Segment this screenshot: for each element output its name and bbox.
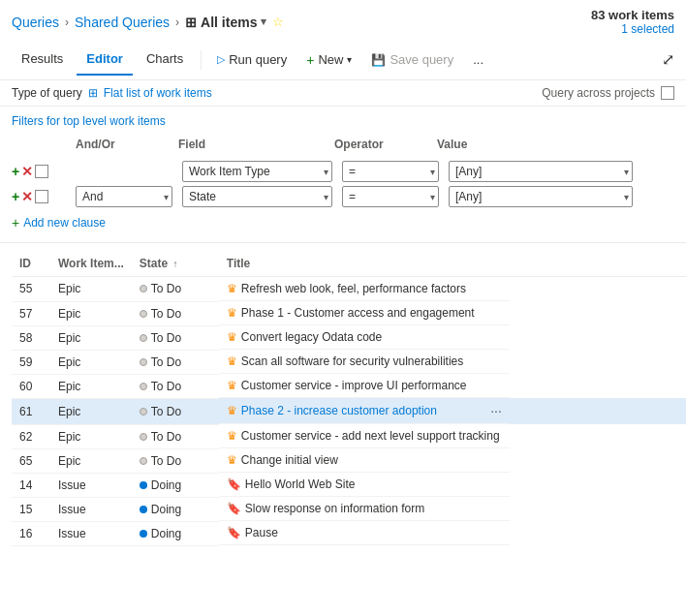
title-link[interactable]: Hello World Web Site	[245, 477, 356, 491]
filter-value-2-wrapper[interactable]: [Any] To Do Doing Done	[449, 186, 633, 207]
state-dot-icon	[140, 285, 147, 293]
add-clause-btn[interactable]: + Add new clause	[12, 211, 674, 231]
col-header-type[interactable]: Work Item...	[50, 251, 132, 277]
cell-title: 🔖Pause	[219, 521, 510, 545]
table-row[interactable]: 16IssueDoing🔖Pause	[12, 521, 686, 545]
filter-headers: And/Or Field Operator Value	[12, 136, 674, 157]
filter-remove-btn-2[interactable]: ✕	[21, 189, 33, 204]
cell-title: ♛Phase 2 - increase customer adoption···	[219, 398, 510, 424]
tab-editor[interactable]: Editor	[77, 44, 133, 76]
query-type: Type of query ⊞ Flat list of work items	[12, 86, 212, 100]
breadcrumb-shared-queries[interactable]: Shared Queries	[75, 15, 170, 30]
filter-field-1[interactable]: Work Item Type State Title	[182, 161, 332, 182]
title-link[interactable]: Customer service - improve UI performanc…	[241, 379, 467, 392]
filter-andor-2[interactable]: And Or	[76, 186, 172, 207]
chevron-down-icon[interactable]: ▾	[261, 15, 266, 28]
cell-type: Epic	[50, 448, 132, 473]
filter-header-operator: Operator	[334, 136, 431, 157]
filters-section: Filters for top level work items And/Or …	[0, 107, 686, 234]
state-dot-icon	[140, 383, 147, 390]
cell-title: 🔖Slow response on information form	[219, 497, 510, 521]
add-clause-plus-icon: +	[12, 215, 19, 231]
title-link[interactable]: Change initial view	[241, 453, 338, 467]
filter-remove-btn-1[interactable]: ✕	[21, 164, 33, 179]
col-header-title[interactable]: Title	[219, 251, 686, 277]
favorite-icon[interactable]: ☆	[272, 15, 284, 29]
table-row[interactable]: 15IssueDoing🔖Slow response on informatio…	[12, 497, 686, 521]
filter-operator-1-wrapper[interactable]: = != In	[342, 161, 439, 182]
filter-field-2-wrapper[interactable]: State Work Item Type Title	[182, 186, 332, 207]
table-row[interactable]: 61EpicTo Do♛Phase 2 - increase customer …	[12, 398, 686, 424]
filter-operator-1[interactable]: = != In	[342, 161, 439, 182]
table-row[interactable]: 57EpicTo Do♛Phase 1 - Customer access an…	[12, 301, 686, 325]
table-row[interactable]: 58EpicTo Do♛Convert legacy Odata code	[12, 325, 686, 350]
title-link[interactable]: Phase 1 - Customer access and engagement	[241, 306, 475, 320]
tab-charts[interactable]: Charts	[137, 44, 193, 76]
cell-title: ♛Scan all software for security vulnerab…	[219, 350, 510, 374]
expand-icon[interactable]: ⤢	[662, 50, 674, 69]
issue-icon: 🔖	[227, 477, 241, 491]
save-icon: 💾	[371, 53, 386, 67]
cell-id: 60	[12, 374, 50, 398]
tab-results[interactable]: Results	[12, 44, 73, 76]
filter-value-1[interactable]: [Any] Epic Issue	[449, 161, 633, 182]
cell-title: ♛Change initial view	[219, 448, 510, 473]
filter-value-1-wrapper[interactable]: [Any] Epic Issue	[449, 161, 633, 182]
breadcrumb-sep-2: ›	[175, 15, 179, 29]
state-dot-icon	[140, 358, 147, 366]
table-row[interactable]: 60EpicTo Do♛Customer service - improve U…	[12, 374, 686, 398]
filter-field-2[interactable]: State Work Item Type Title	[182, 186, 332, 207]
state-dot-icon	[140, 481, 147, 489]
epic-icon: ♛	[227, 330, 237, 344]
table-row[interactable]: 14IssueDoing🔖Hello World Web Site	[12, 473, 686, 497]
work-item-count-area: 83 work items 1 selected	[591, 8, 674, 36]
table-row[interactable]: 65EpicTo Do♛Change initial view	[12, 448, 686, 473]
epic-icon: ♛	[227, 379, 237, 392]
filter-add-btn-2[interactable]: +	[12, 189, 19, 204]
title-link[interactable]: Customer service - add next level suppor…	[241, 429, 500, 443]
filter-value-2[interactable]: [Any] To Do Doing Done	[449, 186, 633, 207]
epic-icon: ♛	[227, 306, 237, 320]
issue-icon: 🔖	[227, 502, 241, 515]
filter-field-1-wrapper[interactable]: Work Item Type State Title	[182, 161, 332, 182]
table-row[interactable]: 55EpicTo Do♛Refresh web look, feel, perf…	[12, 277, 686, 302]
title-link[interactable]: Refresh web look, feel, performance fact…	[241, 282, 466, 295]
cell-id: 14	[12, 473, 50, 497]
across-projects-checkbox[interactable]	[661, 86, 674, 100]
filter-header-field: Field	[178, 136, 328, 157]
filter-operator-2[interactable]: = != In	[342, 186, 439, 207]
title-link[interactable]: Slow response on information form	[245, 502, 424, 515]
cell-type: Epic	[50, 301, 132, 325]
table-wrapper[interactable]: ID Work Item... State ↑ Title 55EpicTo D…	[12, 251, 686, 546]
query-type-value[interactable]: Flat list of work items	[104, 86, 212, 100]
cell-state: To Do	[132, 448, 219, 473]
table-row[interactable]: 59EpicTo Do♛Scan all software for securi…	[12, 350, 686, 374]
new-button[interactable]: + New ▾	[298, 46, 359, 74]
query-across-projects[interactable]: Query across projects	[542, 86, 674, 100]
col-header-id[interactable]: ID	[12, 251, 50, 277]
filter-header-andor: And/Or	[76, 136, 172, 157]
cell-type: Epic	[50, 424, 132, 448]
title-link[interactable]: Scan all software for security vulnerabi…	[241, 354, 463, 368]
cell-id: 59	[12, 350, 50, 374]
title-link[interactable]: Convert legacy Odata code	[241, 330, 382, 344]
filter-operator-2-wrapper[interactable]: = != In	[342, 186, 439, 207]
filter-check-1[interactable]	[35, 165, 48, 178]
col-header-state[interactable]: State ↑	[132, 251, 219, 277]
filter-check-2[interactable]	[35, 190, 48, 203]
table-row[interactable]: 62EpicTo Do♛Customer service - add next …	[12, 424, 686, 448]
more-options-button[interactable]: ...	[465, 46, 491, 73]
title-link[interactable]: Phase 2 - increase customer adoption	[241, 404, 437, 417]
breadcrumb-queries[interactable]: Queries	[12, 15, 59, 30]
epic-icon: ♛	[227, 354, 237, 368]
type-of-query-label: Type of query	[12, 86, 82, 100]
query-info-bar: Type of query ⊞ Flat list of work items …	[0, 80, 686, 107]
cell-state: To Do	[132, 398, 219, 424]
row-actions-btn[interactable]: ···	[490, 403, 502, 418]
filter-add-btn-1[interactable]: +	[12, 164, 19, 179]
save-query-button[interactable]: 💾 Save query	[363, 46, 461, 73]
section-divider	[0, 242, 686, 243]
run-query-button[interactable]: ▷ Run query	[209, 46, 295, 73]
filter-andor-2-wrapper[interactable]: And Or	[76, 186, 172, 207]
breadcrumb: Queries › Shared Queries › ⊞ All items ▾…	[0, 0, 686, 40]
